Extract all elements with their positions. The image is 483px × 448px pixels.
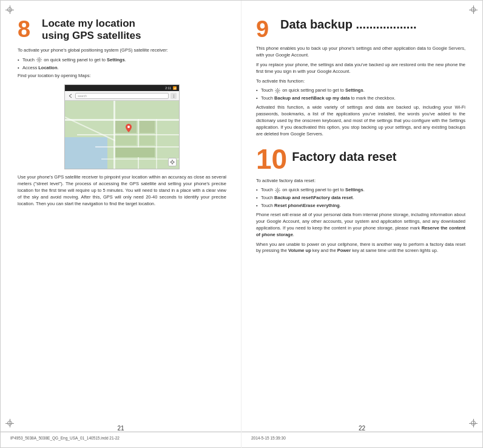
section9-intro: This phone enables you to back up your p… [256, 46, 465, 59]
section9-title: Data backup .................. [280, 18, 417, 31]
section8-number: 8 [18, 18, 37, 41]
left-page-number: 21 [117, 425, 124, 432]
gear-icon-2 [275, 88, 280, 93]
section10-bullet2: Touch Backup and reset\Factory data rese… [256, 195, 465, 202]
svg-point-2 [171, 161, 174, 163]
section8-title: Locate my location using GPS satellites [42, 18, 141, 42]
section10-para1: Phone reset will erase all of your perso… [256, 212, 465, 239]
reg-mark-tr [469, 5, 478, 14]
section9-bullet2: Touch Backup and reset\Back up my data t… [256, 95, 465, 102]
right-page-number: 22 [359, 425, 365, 432]
section10-bullet3: Touch Reset phone\Erase everything. [256, 203, 465, 209]
map-menu-icon: ⋮ [171, 93, 177, 99]
section8-find-text: Find your location by opening Maps: [18, 73, 226, 80]
section8-bullet1: Touch on quick setting panel to get to S… [18, 57, 226, 64]
left-page: 8 Locate my location using GPS satellite… [1, 1, 242, 448]
reg-mark-bl [5, 419, 14, 427]
reg-mark-tl [5, 5, 14, 14]
section8-bullet2: Access Location. [18, 65, 226, 72]
map-content [65, 101, 179, 169]
section8-intro: To activate your phone's global position… [18, 47, 226, 54]
section9-para1: If you replace your phone, the settings … [256, 62, 465, 75]
right-footer: 2014-5-15 15:39:30 [242, 432, 482, 444]
page-spread: 8 Locate my location using GPS satellite… [0, 0, 483, 448]
svg-point-1 [127, 126, 130, 128]
reg-mark-br [469, 419, 478, 427]
svg-point-7 [277, 90, 279, 92]
right-page: 9 Data backup .................. This ph… [242, 1, 482, 448]
section10-header: 10 Factory data reset [256, 145, 465, 173]
section10-number: 10 [256, 145, 287, 173]
svg-point-0 [38, 59, 40, 61]
section8-body: Use your phone's GPS satellite receiver … [18, 174, 226, 207]
footer-right-date: 2014-5-15 15:39:30 [251, 436, 286, 440]
section9-para3: Activated this function, a wide variety … [256, 104, 465, 137]
svg-point-8 [277, 189, 279, 191]
map-toolbar: search ⋮ [65, 91, 179, 101]
gear-icon [36, 57, 42, 63]
section10-intro: To activate factory data reset: [256, 178, 465, 185]
section9-para2: To activate this function: [256, 78, 465, 85]
section10-title: Factory data reset [292, 150, 396, 163]
section10-bullet1: Touch on quick setting panel to get to S… [256, 187, 465, 194]
section8-header: 8 Locate my location using GPS satellite… [18, 18, 226, 42]
section9-header: 9 Data backup .................. [256, 18, 465, 41]
left-footer: IP4953_5038A_5038E_QG_Eng_USA_01_140515.… [1, 432, 241, 444]
map-search-bar: search [75, 93, 169, 99]
section9-bullet1: Touch on quick setting panel to get to S… [256, 87, 465, 94]
section9-number: 9 [256, 18, 275, 41]
map-location-pin [126, 124, 132, 135]
map-locate-button[interactable] [168, 158, 177, 166]
map-back-icon [67, 93, 73, 99]
map-image: 2:11 📶 search ⋮ [64, 84, 180, 169]
gear-icon-3 [275, 188, 280, 193]
section10-para2: When you are unable to power on your cel… [256, 242, 465, 255]
footer-left-file: IP4953_5038A_5038E_QG_Eng_USA_01_140515.… [10, 436, 120, 440]
